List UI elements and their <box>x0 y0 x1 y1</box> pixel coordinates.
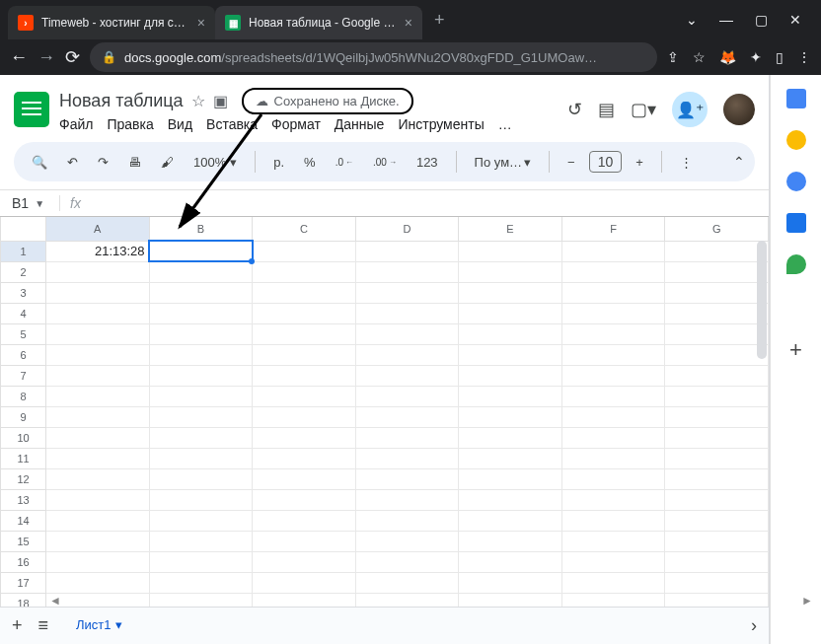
vertical-scrollbar[interactable] <box>755 217 769 595</box>
cell[interactable] <box>46 427 150 448</box>
row-header[interactable]: 4 <box>1 303 46 323</box>
cell[interactable] <box>561 303 665 323</box>
menu-icon[interactable]: ⋮ <box>797 49 811 65</box>
cell[interactable] <box>355 303 459 323</box>
spreadsheet-grid[interactable]: ABCDEFG 121:13:2823456789101112131415161… <box>0 217 769 607</box>
column-header[interactable]: C <box>253 217 356 241</box>
cell[interactable] <box>459 323 562 344</box>
cell[interactable] <box>561 489 665 510</box>
cell[interactable] <box>253 510 356 531</box>
cell[interactable] <box>561 261 665 282</box>
move-icon[interactable]: ▣ <box>213 92 228 110</box>
search-icon[interactable]: 🔍 <box>26 151 53 174</box>
cell[interactable] <box>665 510 769 531</box>
row-header[interactable]: 8 <box>1 386 46 406</box>
row-header[interactable]: 16 <box>1 551 46 572</box>
account-avatar[interactable] <box>723 94 755 125</box>
cell[interactable] <box>355 241 459 261</box>
cell[interactable] <box>459 510 562 531</box>
cell[interactable] <box>459 261 562 282</box>
cell[interactable] <box>149 468 253 489</box>
browser-tab-timeweb[interactable]: › Timeweb - хостинг для сайтов × <box>8 6 215 39</box>
cell[interactable] <box>149 303 253 323</box>
column-header[interactable]: E <box>459 217 562 241</box>
cell[interactable] <box>253 261 356 282</box>
cell[interactable] <box>561 241 665 261</box>
keep-icon[interactable] <box>786 130 806 150</box>
cell[interactable] <box>665 531 769 551</box>
cell[interactable] <box>253 323 356 344</box>
cell[interactable] <box>561 344 665 365</box>
cell[interactable] <box>253 241 356 261</box>
cell[interactable] <box>459 572 562 593</box>
cell[interactable] <box>149 572 253 593</box>
cell[interactable] <box>253 448 356 468</box>
cell[interactable] <box>253 406 356 427</box>
cell[interactable] <box>561 551 665 572</box>
menu-format[interactable]: Формат <box>271 116 321 132</box>
history-icon[interactable]: ↺ <box>567 99 582 120</box>
cell[interactable] <box>355 510 459 531</box>
cell[interactable] <box>665 344 769 365</box>
cell[interactable] <box>665 448 769 468</box>
meet-icon[interactable]: ▢▾ <box>631 99 656 120</box>
cell[interactable] <box>665 427 769 448</box>
cell[interactable] <box>561 468 665 489</box>
cell[interactable] <box>253 386 356 406</box>
cell[interactable] <box>46 365 150 386</box>
row-header[interactable]: 12 <box>1 468 46 489</box>
new-tab-button[interactable]: + <box>422 10 457 31</box>
cell[interactable] <box>253 427 356 448</box>
cell[interactable] <box>46 489 150 510</box>
cell[interactable] <box>355 468 459 489</box>
cell[interactable] <box>665 468 769 489</box>
row-header[interactable]: 17 <box>1 572 46 593</box>
cell[interactable] <box>253 489 356 510</box>
decrease-decimal-button[interactable]: .0← <box>330 153 359 172</box>
cell[interactable] <box>665 406 769 427</box>
close-icon[interactable]: × <box>197 15 205 31</box>
contacts-icon[interactable] <box>786 213 806 233</box>
font-size-input[interactable]: 10 <box>589 151 623 173</box>
cell[interactable] <box>46 468 150 489</box>
cell[interactable] <box>46 448 150 468</box>
cell[interactable] <box>253 303 356 323</box>
cell[interactable] <box>253 344 356 365</box>
cell[interactable] <box>459 551 562 572</box>
cell[interactable] <box>665 386 769 406</box>
cell[interactable] <box>46 531 150 551</box>
cell[interactable] <box>46 282 150 303</box>
reading-list-icon[interactable]: ▯ <box>776 49 784 65</box>
cell[interactable] <box>149 386 253 406</box>
cell[interactable] <box>459 468 562 489</box>
star-icon[interactable]: ☆ <box>693 49 706 65</box>
select-all-corner[interactable] <box>1 217 46 241</box>
add-sheet-button[interactable]: + <box>12 615 23 636</box>
print-button[interactable]: 🖶 <box>122 151 147 174</box>
cell[interactable] <box>46 572 150 593</box>
star-icon[interactable]: ☆ <box>191 92 205 110</box>
menu-insert[interactable]: Вставка <box>206 116 258 132</box>
cell[interactable] <box>459 303 562 323</box>
cell[interactable] <box>46 406 150 427</box>
cell[interactable] <box>149 489 253 510</box>
cell[interactable] <box>561 572 665 593</box>
row-header[interactable]: 11 <box>1 448 46 468</box>
cell[interactable] <box>561 531 665 551</box>
font-size-increase[interactable]: + <box>630 151 649 174</box>
currency-button[interactable]: р. <box>267 151 290 174</box>
cell[interactable] <box>253 551 356 572</box>
cell[interactable] <box>665 282 769 303</box>
cell[interactable] <box>459 365 562 386</box>
cell[interactable] <box>665 572 769 593</box>
cell[interactable] <box>149 365 253 386</box>
menu-data[interactable]: Данные <box>335 116 385 132</box>
row-header[interactable]: 15 <box>1 531 46 551</box>
cell[interactable] <box>355 261 459 282</box>
cell[interactable] <box>561 510 665 531</box>
doc-title[interactable]: Новая таблица <box>59 91 184 111</box>
extensions-icon[interactable]: ✦ <box>750 49 762 65</box>
cell[interactable] <box>665 551 769 572</box>
cell[interactable] <box>665 261 769 282</box>
redo-button[interactable]: ↷ <box>92 151 114 174</box>
